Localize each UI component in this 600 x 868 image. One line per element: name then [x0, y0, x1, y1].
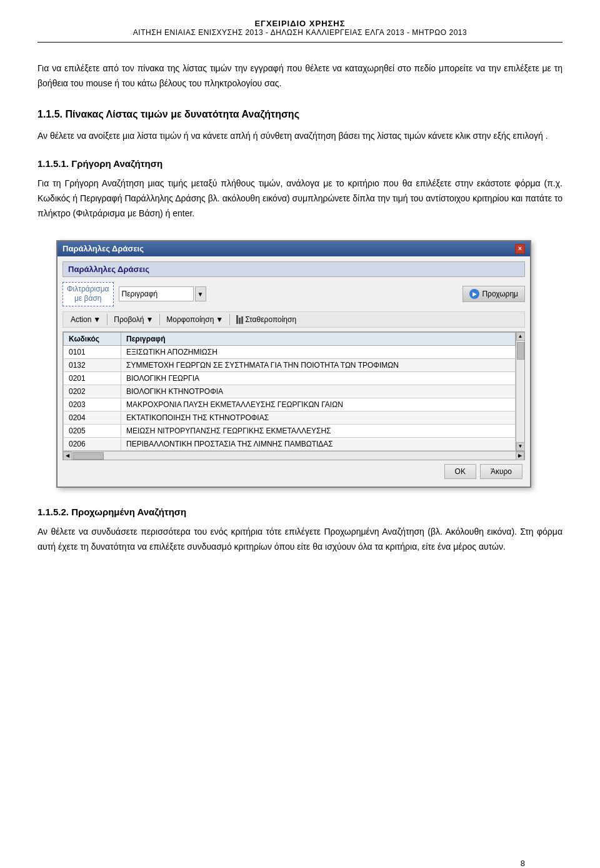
- table-row[interactable]: 0206ΠΕΡΙΒΑΛΛΟΝΤΙΚΗ ΠΡΟΣΤΑΣΙΑ ΤΗΣ ΛΙΜΝΗΣ …: [64, 437, 516, 450]
- action-menu-button[interactable]: Action ▼: [66, 313, 106, 326]
- cell-code: 0101: [64, 345, 121, 358]
- header-title-line2: ΑΙΤΗΣΗ ΕΝΙΑΙΑΣ ΕΝΙΣΧΥΣΗΣ 2013 - ΔΗΛΩΣΗ Κ…: [38, 28, 562, 37]
- dialog-titlebar: Παράλληλες Δράσεις ×: [58, 241, 530, 256]
- dialog-close-button[interactable]: ×: [515, 244, 525, 254]
- ok-button[interactable]: ΟΚ: [444, 464, 476, 479]
- stabilize-icon: [236, 315, 243, 324]
- page-header: ΕΓΧΕΙΡΙΔΙΟ ΧΡΗΣΗΣ ΑΙΤΗΣΗ ΕΝΙΑΙΑΣ ΕΝΙΣΧΥΣ…: [38, 19, 562, 43]
- intro-paragraph: Για να επιλέξετε από τον πίνακα της λίστ…: [38, 61, 562, 91]
- cell-description: ΣΥΜΜΕΤΟΧΗ ΓΕΩΡΓΩΝ ΣΕ ΣΥΣΤΗΜΑΤΑ ΓΙΑ ΤΗΝ Π…: [121, 358, 515, 371]
- table-outer: Κωδικός Περιγραφή 0101ΕΞΙΣΩΤΙΚΗ ΑΠΟΖΗΜΙΩ…: [62, 331, 525, 460]
- dialog-window: Παράλληλες Δράσεις × Παράλληλες Δράσεις …: [56, 240, 531, 488]
- menu-separator-2: [159, 314, 160, 325]
- cell-description: ΕΚΤΑΤΙΚΟΠΟΙΗΣΗ ΤΗΣ ΚΤΗΝΟΤΡΟΦΙΑΣ: [121, 411, 515, 424]
- proceed-button[interactable]: ▶ Προχωρημ: [462, 286, 525, 302]
- cell-description: ΜΑΚΡΟΧΡΟΝΙΑ ΠΑΥΣΗ ΕΚΜΕΤΑΛΛΕΥΣΗΣ ΓΕΩΡΓΙΚΩ…: [121, 398, 515, 411]
- cell-code: 0204: [64, 411, 121, 424]
- filter-input-container: ▼: [119, 286, 458, 301]
- table-row[interactable]: 0101ΕΞΙΣΩΤΙΚΗ ΑΠΟΖΗΜΙΩΣΗ: [64, 345, 516, 358]
- col-header-code: Κωδικός: [64, 332, 121, 345]
- scrollbar-track: [516, 341, 524, 442]
- table-scroll-area: Κωδικός Περιγραφή 0101ΕΞΙΣΩΤΙΚΗ ΑΠΟΖΗΜΙΩ…: [63, 332, 524, 451]
- scrollbar-h-track: [72, 452, 516, 460]
- page-number: 8: [521, 859, 525, 868]
- scrollbar-thumb[interactable]: [517, 342, 524, 360]
- dialog-footer: ΟΚ Άκυρο: [62, 460, 525, 482]
- filter-input[interactable]: [119, 286, 194, 301]
- dialog-title: Παράλληλες Δράσεις: [62, 244, 144, 253]
- format-menu-button[interactable]: Μορφοποίηση ▼: [161, 313, 228, 326]
- scrollbar-h-thumb[interactable]: [72, 452, 104, 460]
- cell-description: ΕΞΙΣΩΤΙΚΗ ΑΠΟΖΗΜΙΩΣΗ: [121, 345, 515, 358]
- section-1-1-5-text: Αν θέλετε να ανοίξετε μια λίστα τιμών ή …: [38, 129, 562, 144]
- menu-bar: Action ▼ Προβολή ▼ Μορφοποίηση ▼: [62, 311, 525, 328]
- filter-label-line2: με βάση: [67, 294, 109, 304]
- col-header-description: Περιγραφή: [121, 332, 515, 345]
- filter-label: Φιλτράρισμα με βάση: [62, 282, 114, 306]
- cell-code: 0206: [64, 437, 121, 450]
- dialog-section-header: Παράλληλες Δράσεις: [62, 261, 525, 277]
- format-label: Μορφοποίηση: [166, 315, 214, 324]
- section-1-1-5-1-heading: 1.1.5.1. Γρήγορη Αναζήτηση: [38, 158, 562, 169]
- scrollbar-right-arrow[interactable]: ▶: [516, 452, 524, 460]
- action-arrow-icon: ▼: [93, 315, 101, 324]
- cell-description: ΒΙΟΛΟΓΙΚΗ ΚΤΗΝΟΤΡΟΦΙΑ: [121, 385, 515, 398]
- filter-dropdown-arrow[interactable]: ▼: [195, 286, 206, 301]
- table-row[interactable]: 0205ΜΕΙΩΣΗ ΝΙΤΡΟΡΥΠΑΝΣΗΣ ΓΕΩΡΓΙΚΗΣ ΕΚΜΕΤ…: [64, 424, 516, 437]
- action-label: Action: [71, 315, 91, 324]
- stabilize-menu-button[interactable]: Σταθεροποίηση: [231, 313, 301, 326]
- filter-label-line1: Φιλτράρισμα: [67, 285, 109, 295]
- cell-description: ΒΙΟΛΟΓΙΚΗ ΓΕΩΡΓΙΑ: [121, 371, 515, 385]
- menu-separator-3: [229, 314, 230, 325]
- scrollbar-down-arrow[interactable]: ▼: [516, 442, 525, 451]
- header-title-line1: ΕΓΧΕΙΡΙΔΙΟ ΧΡΗΣΗΣ: [38, 19, 562, 28]
- scrollbar-horizontal[interactable]: ◀ ▶: [63, 451, 524, 460]
- cell-code: 0202: [64, 385, 121, 398]
- cell-code: 0201: [64, 371, 121, 385]
- dialog-wrapper: Παράλληλες Δράσεις × Παράλληλες Δράσεις …: [56, 240, 562, 488]
- format-arrow-icon: ▼: [216, 315, 223, 324]
- cancel-button[interactable]: Άκυρο: [480, 464, 522, 479]
- scrollbar-vertical[interactable]: ▲ ▼: [516, 332, 524, 451]
- dialog-body: Παράλληλες Δράσεις Φιλτράρισμα με βάση ▼…: [58, 256, 530, 487]
- stabilize-label: Σταθεροποίηση: [245, 315, 296, 324]
- section-1-1-5-2-text: Αν θέλετε να συνδυάσετε περισσότερα του …: [38, 525, 562, 555]
- cell-description: ΠΕΡΙΒΑΛΛΟΝΤΙΚΗ ΠΡΟΣΤΑΣΙΑ ΤΗΣ ΛΙΜΝΗΣ ΠΑΜΒ…: [121, 437, 515, 450]
- section-1-1-5-2-heading: 1.1.5.2. Προχωρημένη Αναζήτηση: [38, 507, 562, 517]
- view-menu-button[interactable]: Προβολή ▼: [109, 313, 158, 326]
- section-1-1-5-1-text: Για τη Γρήγορη Αναζήτηση μιας τιμής μετα…: [38, 176, 562, 221]
- table-row[interactable]: 0201ΒΙΟΛΟΓΙΚΗ ΓΕΩΡΓΙΑ: [64, 371, 516, 385]
- cell-code: 0132: [64, 358, 121, 371]
- section-1-1-5-heading: 1.1.5. Πίνακας Λίστας τιμών με δυνατότητ…: [38, 109, 562, 120]
- view-label: Προβολή: [114, 315, 144, 324]
- cell-code: 0203: [64, 398, 121, 411]
- menu-separator-1: [107, 314, 108, 325]
- proceed-icon: ▶: [469, 289, 479, 299]
- scrollbar-up-arrow[interactable]: ▲: [516, 332, 525, 341]
- table-row[interactable]: 0203ΜΑΚΡΟΧΡΟΝΙΑ ΠΑΥΣΗ ΕΚΜΕΤΑΛΛΕΥΣΗΣ ΓΕΩΡ…: [64, 398, 516, 411]
- table-content: Κωδικός Περιγραφή 0101ΕΞΙΣΩΤΙΚΗ ΑΠΟΖΗΜΙΩ…: [63, 332, 516, 451]
- data-table: Κωδικός Περιγραφή 0101ΕΞΙΣΩΤΙΚΗ ΑΠΟΖΗΜΙΩ…: [63, 332, 516, 451]
- scrollbar-left-arrow[interactable]: ◀: [63, 452, 72, 460]
- table-row[interactable]: 0132ΣΥΜΜΕΤΟΧΗ ΓΕΩΡΓΩΝ ΣΕ ΣΥΣΤΗΜΑΤΑ ΓΙΑ Τ…: [64, 358, 516, 371]
- table-row[interactable]: 0202ΒΙΟΛΟΓΙΚΗ ΚΤΗΝΟΤΡΟΦΙΑ: [64, 385, 516, 398]
- view-arrow-icon: ▼: [146, 315, 153, 324]
- table-row[interactable]: 0204ΕΚΤΑΤΙΚΟΠΟΙΗΣΗ ΤΗΣ ΚΤΗΝΟΤΡΟΦΙΑΣ: [64, 411, 516, 424]
- dialog-toolbar: Φιλτράρισμα με βάση ▼ ▶ Προχωρημ: [62, 282, 525, 306]
- cell-code: 0205: [64, 424, 121, 437]
- proceed-btn-label: Προχωρημ: [482, 290, 518, 298]
- cell-description: ΜΕΙΩΣΗ ΝΙΤΡΟΡΥΠΑΝΣΗΣ ΓΕΩΡΓΙΚΗΣ ΕΚΜΕΤΑΛΛΕ…: [121, 424, 515, 437]
